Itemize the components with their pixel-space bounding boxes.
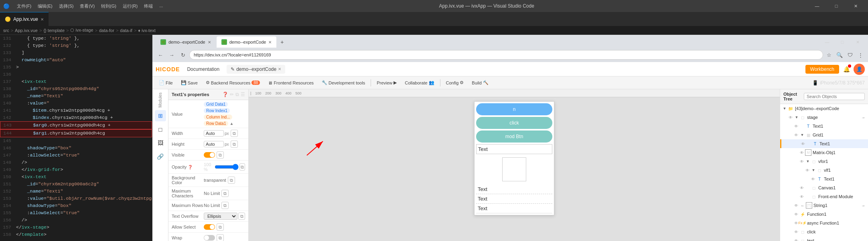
menu-select[interactable]: 选择(S) [57, 2, 76, 10]
prop-allowselect-copy-icon[interactable]: ⧉ [217, 223, 224, 231]
tree-item-text1-nested[interactable]: 👁 T Text1 [780, 175, 868, 183]
tree-item-frontend-module[interactable]: 👁 ◻ Front-end Module [780, 192, 868, 201]
prop-overflow-select[interactable]: Ellipsis Clip [204, 213, 237, 220]
tree-eye-click[interactable]: 👁 [793, 229, 799, 235]
tree-arrow-stage[interactable]: → [860, 114, 866, 120]
prop-height-input[interactable] [204, 141, 224, 147]
sidebar-icon-image[interactable]: 🖼 [155, 137, 166, 149]
new-tab-button[interactable]: + [277, 37, 287, 47]
breadcrumb-file[interactable]: App.ivx.vue [15, 28, 38, 33]
prop-maxchars-copy-icon[interactable]: ⧉ [221, 190, 229, 197]
tree-eye-vfor1[interactable]: 👁 [799, 158, 805, 165]
zoom-icon[interactable]: 🔍 [835, 50, 844, 59]
tree-eye-frontend[interactable]: 👁 [799, 193, 805, 200]
prop-visible-toggle[interactable] [204, 152, 215, 158]
tree-eye-text1[interactable]: 👁 [793, 123, 799, 129]
tree-eye-string1[interactable]: 👁 [793, 202, 799, 209]
toolbar-build-button[interactable]: Build 🔨 [468, 79, 491, 86]
code-content[interactable]: 131 { type: 'string' }, 132 { type: 'str… [0, 35, 152, 241]
tree-expand-demo[interactable]: ▼ [782, 106, 787, 111]
prop-width-input[interactable] [204, 130, 224, 137]
tree-eye-vlf1[interactable]: 👁 [804, 167, 811, 173]
breadcrumb-ivxstage[interactable]: ⬡ ivx-stage [70, 28, 93, 33]
hicode-nav-exportcode[interactable]: ✎ demo--exportCode ✕ [227, 65, 285, 74]
menu-terminal[interactable]: 终端 [142, 2, 155, 10]
menu-view[interactable]: 查看(V) [77, 2, 97, 10]
more-icon[interactable]: ⋮ [856, 50, 865, 59]
tree-item-vfor1[interactable]: 👁 ▼ ◻ vfor1 [780, 157, 868, 166]
tree-item-demo[interactable]: ▼ 📁 [43]demo--exportCode [780, 104, 868, 113]
browser-minimize-button[interactable]: — [820, 37, 834, 47]
toolbar-save-button[interactable]: 💾 Save [178, 79, 201, 86]
toolbar-backend-resources-button[interactable]: ⚙ Backend Resources 88 [203, 79, 264, 86]
tree-eye-text1-sel[interactable]: 👁 [800, 141, 806, 147]
tree-item-text1[interactable]: 👁 T Text1 [780, 122, 868, 131]
tree-item-asyncfunction1[interactable]: 👁 Fx⚡ async Function1 [780, 219, 868, 227]
properties-help-icon[interactable]: ❓ [222, 92, 228, 97]
canvas-content[interactable]: n click mod Btn Text Text Text Text [249, 97, 780, 241]
tree-eye-text-var[interactable]: 👁 [793, 237, 799, 241]
prop-opacity-copy-icon[interactable]: ⧉ [239, 163, 245, 171]
toolbar-preview-button[interactable]: Preview ▶ [373, 79, 400, 86]
breadcrumb-datafor[interactable]: data-for [99, 28, 114, 33]
tree-item-string1[interactable]: 👁 ← [T] String1 → [780, 201, 868, 210]
prop-visible-copy-icon[interactable]: ⧉ [217, 151, 224, 159]
tree-expand-vfor1[interactable]: ▼ [805, 159, 811, 164]
sidebar-icon-components[interactable]: ◻ [155, 124, 166, 135]
hicode-nav-documentation[interactable]: Documentation [183, 65, 223, 74]
prop-chip-columnind[interactable]: Column Ind... [204, 114, 232, 120]
properties-menu-icon[interactable]: ☰ [241, 92, 245, 97]
sidebar-icon-grid[interactable]: ⊞ [155, 110, 166, 121]
browser-tab-close-2[interactable]: ✕ [268, 40, 272, 44]
tree-item-click[interactable]: 👁 ◻ click [780, 227, 868, 236]
menu-more[interactable]: ... [157, 2, 165, 10]
forward-button[interactable]: → [167, 50, 176, 60]
prop-chip-rowdata[interactable]: Row Data1 [204, 121, 228, 126]
browser-tab-1[interactable]: 🌿 demo--exportCode ✕ [156, 36, 216, 48]
tree-expand-vlf1[interactable]: ▼ [811, 167, 816, 173]
close-button[interactable]: ✕ [846, 0, 865, 12]
tree-item-function1[interactable]: 👁 ⚡ Function1 [780, 210, 868, 219]
tree-item-grid1[interactable]: 👁 ▼ ▦ Grid1 [780, 131, 868, 139]
tree-arrow-string1-right[interactable]: → [860, 202, 866, 209]
browser-tab-2[interactable]: 🌿 demo--exportCode ✕ [217, 36, 277, 48]
tree-eye-stage[interactable]: 👁 [787, 114, 794, 120]
bookmark-icon[interactable]: ☆ [825, 50, 834, 59]
back-button[interactable]: ← [156, 50, 165, 60]
menu-file[interactable]: 文件(F) [14, 2, 34, 10]
prop-width-copy-icon[interactable]: ⧉ [231, 130, 238, 137]
breadcrumb-dataif[interactable]: data-if [120, 28, 132, 33]
menu-run[interactable]: 运行(R) [120, 2, 140, 10]
tree-expand-text1-sel[interactable] [806, 141, 812, 147]
breadcrumb-ivxtext[interactable]: ♦ ivx-text [138, 28, 156, 33]
vscode-tab-app[interactable]: 🟡 App.ivx.vue ✕ [0, 12, 49, 26]
browser-tab-close-1[interactable]: ✕ [208, 40, 211, 44]
refresh-button[interactable]: ↻ [178, 50, 188, 60]
browser-maximize-button[interactable]: □ [835, 37, 850, 47]
breadcrumb-template[interactable]: {} template [43, 28, 65, 33]
menu-edit[interactable]: 编辑(E) [35, 2, 55, 10]
tree-eye-matrix[interactable]: 👁 [799, 149, 805, 156]
phone-button-n[interactable]: n [476, 103, 552, 115]
tab-close-icon[interactable]: ✕ [41, 17, 44, 22]
maximize-button[interactable]: □ [827, 0, 846, 12]
workbench-button[interactable]: Workbench [805, 65, 839, 74]
tree-expand-text1[interactable] [799, 123, 805, 129]
phone-button-click[interactable]: click [476, 117, 552, 129]
tree-item-stage[interactable]: 👁 ▼ ◻ stage → [780, 113, 868, 122]
tree-eye-text1-nested[interactable]: 👁 [810, 176, 816, 182]
hicode-tab-close-icon[interactable]: ✕ [278, 67, 281, 71]
shield-icon[interactable]: 🛡 [846, 50, 854, 59]
tree-expand-frontend[interactable] [805, 194, 811, 199]
prop-allowselect-toggle[interactable] [204, 224, 215, 230]
sidebar-icon-link[interactable]: 🔗 [155, 151, 166, 162]
prop-opacity-slider[interactable] [215, 165, 239, 169]
toolbar-config-button[interactable]: Config ⚙ [443, 79, 467, 86]
breadcrumb-src[interactable]: src [3, 28, 9, 33]
prop-wrap-copy-icon[interactable]: ⧉ [217, 234, 224, 241]
tree-item-vlf1[interactable]: 👁 ▼ ◻ vlf1 [780, 166, 868, 175]
toolbar-dev-tools-button[interactable]: 🔧 Development tools [318, 79, 368, 86]
properties-copy-icon[interactable]: ⧉ [235, 92, 239, 97]
notification-icon[interactable]: 🔔 [841, 64, 852, 75]
user-avatar[interactable]: 👤 [854, 64, 865, 75]
